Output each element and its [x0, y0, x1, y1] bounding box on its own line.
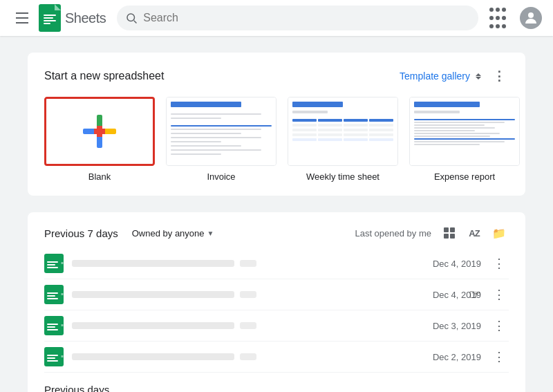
templates-grid: Blank [44, 97, 509, 182]
table-row: Dec 2, 2019 ⋮ [44, 342, 509, 373]
chevron-updown-icon [473, 71, 484, 82]
sheets-file-icon [44, 316, 64, 335]
sheets-icon [39, 4, 61, 32]
file-name-blurred [72, 353, 234, 360]
header-right [489, 7, 542, 29]
template-invoice[interactable]: Invoice [166, 97, 276, 182]
file-meta-blurred [240, 353, 256, 360]
app-title: Sheets [65, 10, 106, 26]
search-icon [125, 12, 138, 24]
table-row: Dec 4, 2019 ⋮ ☞ [44, 279, 509, 310]
file-date: Dec 3, 2019 [419, 321, 481, 331]
files-section: Previous 7 days Owned by anyone ▼ Last o… [28, 212, 525, 392]
table-row: Dec 4, 2019 ⋮ [44, 248, 509, 279]
template-header-right: Template gallery ⋮ [400, 66, 509, 86]
avatar[interactable] [520, 7, 542, 29]
template-section: Start a new spreadsheet Template gallery… [28, 53, 525, 196]
app-logo: Sheets [39, 4, 106, 32]
template-section-title: Start a new spreadsheet [44, 70, 164, 82]
search-input[interactable] [143, 12, 470, 24]
invoice-thumbnail [166, 97, 276, 166]
template-gallery-label: Template gallery [400, 71, 470, 82]
timesheet-template-name: Weekly time sheet [288, 171, 398, 182]
menu-icon[interactable] [11, 7, 33, 29]
grid-view-button[interactable] [440, 223, 459, 243]
template-expense[interactable]: Expense report [409, 97, 520, 182]
file-more-button[interactable]: ⋮ [489, 285, 509, 304]
folder-icon: 📁 [492, 227, 506, 240]
file-more-button[interactable]: ⋮ [489, 316, 509, 335]
table-row: Dec 3, 2019 ⋮ [44, 310, 509, 342]
sheets-file-icon [44, 285, 64, 304]
expense-template-name: Expense report [409, 171, 520, 182]
folder-view-button[interactable]: 📁 [489, 223, 509, 243]
app-header: Sheets [0, 0, 553, 36]
sort-button[interactable]: AZ [465, 223, 484, 243]
previous7-label: Previous 7 days [44, 227, 118, 239]
previous-days-label: Previous days [44, 373, 509, 392]
last-opened-label: Last opened by me [355, 228, 431, 239]
plus-icon [83, 115, 116, 148]
template-blank[interactable]: Blank [44, 97, 155, 182]
sheets-file-icon [44, 347, 64, 366]
svg-point-0 [127, 14, 135, 21]
svg-point-2 [528, 12, 534, 18]
grid-view-icon [444, 227, 455, 239]
sheets-file-icon [44, 254, 64, 273]
svg-line-1 [134, 21, 137, 24]
file-meta-blurred [240, 291, 256, 298]
search-bar[interactable] [117, 6, 478, 30]
file-name-blurred [72, 291, 234, 298]
dropdown-arrow-icon: ▼ [207, 230, 214, 237]
owned-by-label: Owned by anyone [132, 228, 205, 239]
file-more-button[interactable]: ⋮ [489, 347, 509, 366]
template-header: Start a new spreadsheet Template gallery… [44, 66, 509, 86]
owned-by-filter[interactable]: Owned by anyone ▼ [126, 225, 220, 241]
blank-thumbnail [44, 97, 155, 166]
timesheet-thumbnail [288, 97, 398, 166]
file-meta-blurred [240, 322, 256, 329]
template-more-button[interactable]: ⋮ [489, 66, 509, 86]
file-meta-blurred [240, 260, 256, 267]
sort-icon: AZ [469, 228, 479, 239]
view-controls: AZ 📁 [440, 223, 509, 243]
files-toolbar: Previous 7 days Owned by anyone ▼ Last o… [44, 223, 509, 243]
apps-icon[interactable] [489, 7, 512, 29]
file-date: Dec 4, 2019 [419, 259, 481, 269]
file-name-blurred [72, 260, 234, 267]
template-timesheet[interactable]: Weekly time sheet [288, 97, 398, 182]
file-date: Dec 2, 2019 [419, 352, 481, 362]
expense-thumbnail [409, 97, 520, 166]
file-date: Dec 4, 2019 [419, 290, 481, 300]
invoice-template-name: Invoice [166, 171, 276, 182]
file-name-blurred [72, 322, 234, 329]
file-more-button[interactable]: ⋮ [489, 254, 509, 273]
blank-template-name: Blank [44, 171, 155, 182]
main-content: Start a new spreadsheet Template gallery… [0, 36, 553, 392]
template-gallery-button[interactable]: Template gallery [400, 71, 484, 82]
